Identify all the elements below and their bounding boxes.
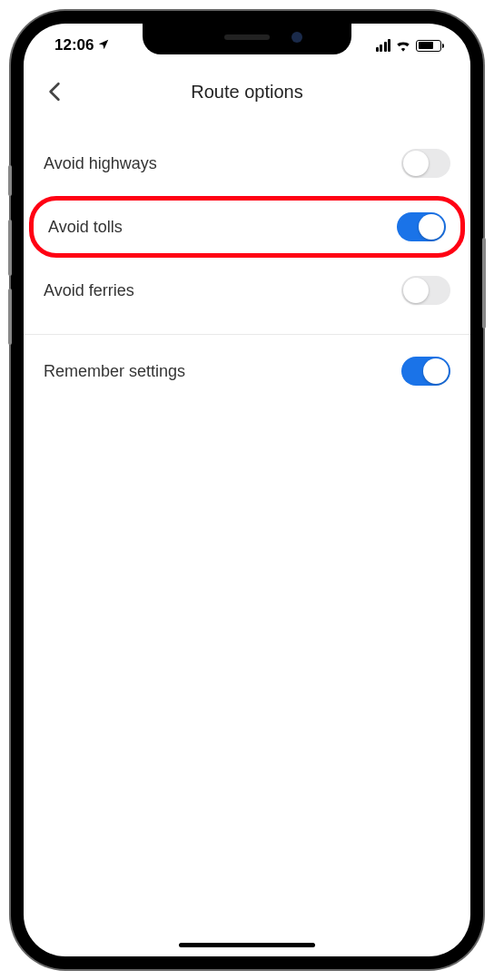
option-label: Avoid ferries (44, 281, 134, 300)
option-label: Avoid highways (44, 154, 157, 173)
option-label: Avoid tolls (48, 218, 123, 237)
battery-icon (416, 40, 441, 52)
toggle-knob (403, 278, 429, 303)
back-button[interactable] (40, 77, 69, 106)
phone-screen: 12:06 Route options (24, 24, 470, 956)
toggle-avoid-ferries[interactable] (401, 276, 450, 305)
toggle-knob (419, 214, 444, 240)
toggle-knob (423, 358, 449, 384)
status-left: 12:06 (45, 36, 110, 54)
nav-header: Route options (24, 67, 470, 116)
toggle-remember-settings[interactable] (401, 357, 450, 386)
status-right (376, 39, 450, 52)
cellular-icon (376, 39, 391, 52)
option-avoid-highways[interactable]: Avoid highways (24, 132, 470, 194)
home-indicator[interactable] (179, 943, 315, 947)
clock: 12:06 (54, 36, 94, 54)
option-avoid-ferries[interactable]: Avoid ferries (24, 260, 470, 321)
option-label: Remember settings (44, 362, 185, 381)
toggle-avoid-highways[interactable] (401, 149, 450, 178)
wifi-icon (395, 39, 411, 52)
toggle-knob (403, 151, 429, 176)
chevron-left-icon (48, 82, 61, 102)
power-button (482, 238, 486, 328)
mute-switch (8, 165, 12, 196)
notch (143, 24, 351, 54)
toggle-avoid-tolls[interactable] (397, 212, 446, 241)
phone-frame: 12:06 Route options (11, 11, 483, 969)
page-title: Route options (191, 82, 302, 103)
settings-list: Avoid highways Avoid tolls Avoid ferries (24, 116, 470, 402)
divider (24, 334, 470, 335)
option-remember-settings[interactable]: Remember settings (24, 340, 470, 402)
option-avoid-tolls[interactable]: Avoid tolls (29, 196, 465, 258)
location-icon (97, 38, 110, 54)
volume-up-button (8, 220, 12, 276)
front-camera (291, 32, 302, 43)
volume-down-button (8, 289, 12, 345)
speaker (224, 34, 270, 40)
